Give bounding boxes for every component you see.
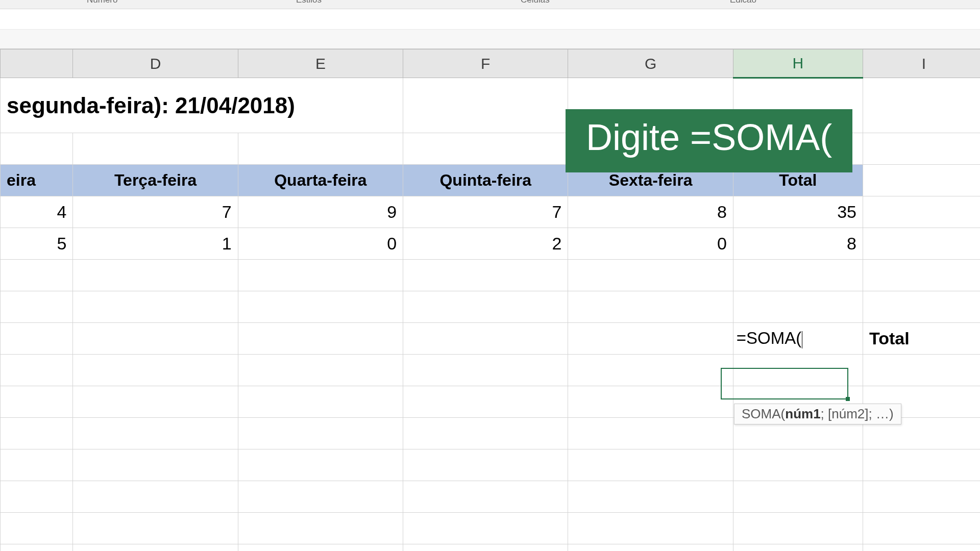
column-header-row[interactable]: D E F G H I (1, 49, 981, 78)
cell-E5[interactable]: 0 (238, 228, 403, 260)
data-row-2[interactable]: 5 1 0 2 0 8 (1, 228, 981, 260)
cell-H4[interactable]: 35 (733, 196, 863, 228)
cell-C4[interactable]: 4 (1, 196, 73, 228)
cell-H5[interactable]: 8 (733, 228, 863, 260)
col-header-partial[interactable] (1, 49, 73, 78)
weekday-terca[interactable]: Terça-feira (73, 165, 238, 196)
empty-row[interactable] (1, 260, 981, 291)
hint-part1: Digite (586, 117, 690, 158)
cell-G4[interactable]: 8 (568, 196, 733, 228)
cell-G5[interactable]: 0 (568, 228, 733, 260)
empty-row[interactable] (1, 513, 981, 544)
cell-E4[interactable]: 9 (238, 196, 403, 228)
col-header-G[interactable]: G (568, 49, 733, 78)
ribbon-group-strip: Numero Estilos Celulas Edicao (0, 0, 980, 9)
weekday-quinta[interactable]: Quinta-feira (403, 165, 568, 196)
cell-F5[interactable]: 2 (403, 228, 568, 260)
col-header-F[interactable]: F (403, 49, 568, 78)
empty-row[interactable] (1, 355, 981, 386)
cell-I-total-label[interactable]: Total (863, 323, 981, 355)
col-header-H[interactable]: H (733, 49, 863, 78)
ribbon-gap (0, 9, 980, 30)
col-header-D[interactable]: D (73, 49, 238, 78)
worksheet-title: segunda-feira): 21/04/2018) (7, 93, 295, 118)
cell-D4[interactable]: 7 (73, 196, 238, 228)
empty-row[interactable] (1, 291, 981, 323)
empty-row[interactable] (1, 449, 981, 481)
formula-row[interactable]: =SOMA( Total (1, 323, 981, 355)
empty-row[interactable] (1, 481, 981, 513)
tooltip-fn: SOMA (742, 406, 781, 421)
ribbon-group-edicao: Edicao (730, 0, 756, 5)
weekday-quarta[interactable]: Quarta-feira (238, 165, 403, 196)
ribbon-group-estilos: Estilos (296, 0, 322, 5)
cell-D5[interactable]: 1 (73, 228, 238, 260)
instruction-overlay: Digite =SOMA( (566, 109, 852, 172)
cell-C5[interactable]: 5 (1, 228, 73, 260)
cell-I5[interactable] (863, 228, 981, 260)
tooltip-arg1[interactable]: núm1 (785, 406, 820, 421)
cell-I4[interactable] (863, 196, 981, 228)
hint-part2: =SOMA( (690, 117, 832, 158)
formula-bar-strip[interactable] (0, 30, 980, 49)
active-cell-H[interactable]: =SOMA( (733, 323, 863, 355)
cell-F4[interactable]: 7 (403, 196, 568, 228)
empty-row[interactable] (1, 544, 981, 552)
tooltip-rest: ; [núm2]; …) (821, 406, 894, 421)
col-header-I[interactable]: I (863, 49, 981, 78)
ribbon-group-celulas: Celulas (521, 0, 550, 5)
formula-text: =SOMA( (737, 329, 801, 347)
sheet-grid[interactable]: D E F G H I segunda-feira): 21/04/2018) … (0, 49, 980, 551)
data-row-1[interactable]: 4 7 9 7 8 35 (1, 196, 981, 228)
function-tooltip[interactable]: SOMA(núm1; [núm2]; …) (734, 404, 901, 424)
col-header-E[interactable]: E (238, 49, 403, 78)
weekday-blank[interactable] (863, 165, 981, 196)
weekday-partial[interactable]: eira (1, 165, 73, 196)
ribbon-group-numero: Numero (87, 0, 117, 5)
text-caret-icon (802, 331, 802, 348)
